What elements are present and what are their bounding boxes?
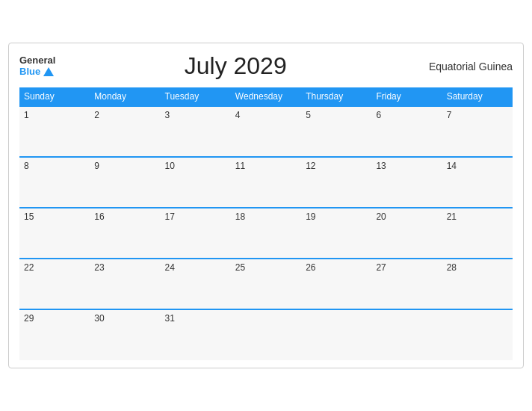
calendar-day-cell: 20 [371, 208, 442, 259]
day-number: 14 [447, 161, 457, 171]
calendar-day-cell: 13 [371, 157, 442, 208]
day-number: 2 [94, 110, 99, 120]
calendar-body: 1234567891011121314151617181920212223242… [19, 106, 513, 360]
header-sunday: Sunday [19, 87, 90, 106]
calendar-day-cell [231, 309, 301, 360]
day-number: 16 [94, 211, 104, 222]
header-saturday: Saturday [442, 87, 513, 106]
day-number: 9 [94, 161, 99, 171]
calendar-day-cell [371, 309, 442, 360]
day-number: 1 [24, 110, 29, 120]
calendar-day-cell: 11 [231, 157, 301, 208]
day-number: 5 [306, 110, 311, 120]
calendar-grid: Sunday Monday Tuesday Wednesday Thursday… [19, 87, 513, 360]
calendar-day-cell: 12 [301, 157, 371, 208]
day-number: 15 [24, 211, 34, 222]
calendar-header: General Blue July 2029 Equatorial Guinea [19, 52, 513, 80]
day-number: 21 [447, 211, 457, 222]
calendar-day-cell [301, 309, 371, 360]
calendar-day-cell: 25 [231, 259, 301, 309]
calendar-region: Equatorial Guinea [415, 61, 513, 72]
calendar-day-cell: 19 [301, 208, 371, 259]
calendar-container: General Blue July 2029 Equatorial Guinea… [8, 43, 524, 368]
calendar-day-cell: 30 [90, 309, 160, 360]
calendar-day-cell: 16 [90, 208, 160, 259]
calendar-thead: Sunday Monday Tuesday Wednesday Thursday… [19, 87, 513, 106]
day-number: 8 [24, 161, 29, 171]
calendar-day-cell: 29 [19, 309, 90, 360]
header-thursday: Thursday [301, 87, 371, 106]
calendar-day-cell: 4 [231, 106, 301, 157]
calendar-day-cell: 28 [442, 259, 513, 309]
calendar-day-cell: 15 [19, 208, 90, 259]
day-number: 23 [94, 262, 104, 273]
calendar-day-cell: 27 [371, 259, 442, 309]
calendar-day-cell: 21 [442, 208, 513, 259]
logo-blue-text: Blue [19, 67, 54, 77]
calendar-day-cell: 8 [19, 157, 90, 208]
day-number: 26 [306, 262, 315, 273]
calendar-day-cell: 24 [161, 259, 231, 309]
day-number: 6 [376, 110, 381, 120]
calendar-day-cell: 5 [301, 106, 371, 157]
calendar-day-cell: 26 [301, 259, 371, 309]
day-number: 13 [376, 161, 386, 171]
calendar-day-cell [442, 309, 513, 360]
calendar-day-cell: 17 [161, 208, 231, 259]
day-number: 11 [235, 161, 245, 171]
weekday-header-row: Sunday Monday Tuesday Wednesday Thursday… [19, 87, 513, 106]
calendar-week-row: 22232425262728 [19, 259, 513, 309]
logo-general-text: General [19, 55, 55, 66]
calendar-day-cell: 2 [90, 106, 160, 157]
calendar-day-cell: 9 [90, 157, 160, 208]
calendar-day-cell: 3 [161, 106, 231, 157]
calendar-week-row: 15161718192021 [19, 208, 513, 259]
calendar-week-row: 891011121314 [19, 157, 513, 208]
logo: General Blue [19, 55, 55, 77]
calendar-day-cell: 6 [371, 106, 442, 157]
calendar-week-row: 1234567 [19, 106, 513, 157]
header-wednesday: Wednesday [231, 87, 301, 106]
day-number: 10 [165, 161, 175, 171]
day-number: 17 [165, 211, 175, 222]
calendar-day-cell: 22 [19, 259, 90, 309]
day-number: 28 [447, 262, 457, 273]
logo-triangle-icon [43, 67, 54, 76]
header-monday: Monday [90, 87, 160, 106]
calendar-day-cell: 23 [90, 259, 160, 309]
day-number: 31 [165, 313, 175, 324]
calendar-day-cell: 10 [161, 157, 231, 208]
calendar-week-row: 293031 [19, 309, 513, 360]
header-friday: Friday [371, 87, 442, 106]
day-number: 19 [306, 211, 315, 222]
day-number: 4 [235, 110, 241, 120]
day-number: 24 [165, 262, 175, 273]
day-number: 7 [447, 110, 452, 120]
day-number: 27 [376, 262, 386, 273]
day-number: 20 [376, 211, 386, 222]
day-number: 29 [24, 313, 34, 324]
calendar-day-cell: 14 [442, 157, 513, 208]
day-number: 3 [165, 110, 170, 120]
header-tuesday: Tuesday [161, 87, 231, 106]
calendar-title: July 2029 [55, 52, 415, 80]
day-number: 18 [235, 211, 245, 222]
calendar-day-cell: 1 [19, 106, 90, 157]
calendar-day-cell: 31 [161, 309, 231, 360]
calendar-day-cell: 7 [442, 106, 513, 157]
day-number: 25 [235, 262, 245, 273]
day-number: 12 [306, 161, 315, 171]
day-number: 22 [24, 262, 34, 273]
calendar-day-cell: 18 [231, 208, 301, 259]
day-number: 30 [94, 313, 104, 324]
